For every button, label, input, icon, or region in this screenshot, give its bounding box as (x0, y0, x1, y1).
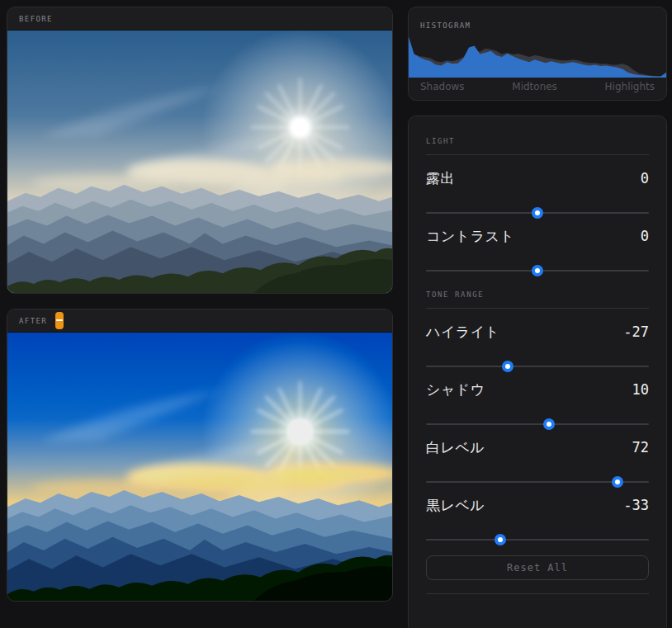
slider-exposure-thumb[interactable] (532, 207, 543, 219)
histogram-header: HISTOGRAM (409, 7, 666, 35)
slider-blacks-label: 黒レベル (426, 496, 485, 515)
slider-exposure-label: 露出 (426, 169, 455, 188)
slider-exposure-track[interactable] (426, 207, 649, 219)
reset-all-button[interactable]: Reset All (426, 555, 649, 580)
slider-shadows-value: 10 (632, 381, 649, 398)
slider-whites-thumb[interactable] (612, 476, 623, 488)
slider-contrast: コントラスト 0 (426, 226, 649, 276)
before-image (7, 31, 392, 293)
section-tone-range-title: TONE RANGE (426, 290, 649, 300)
after-image (7, 333, 392, 601)
adjustments-panel: LIGHT 露出 0 コントラスト 0 (408, 116, 667, 628)
before-panel: BEFORE (7, 7, 393, 294)
slider-contrast-value: 0 (641, 228, 649, 244)
slider-contrast-thumb[interactable] (532, 265, 543, 276)
histogram-panel: HISTOGRAM Shadows Midtones Highlights (408, 7, 667, 101)
slider-contrast-track[interactable] (426, 265, 649, 276)
preview-column: BEFORE (7, 7, 393, 616)
slider-contrast-label: コントラスト (426, 227, 514, 246)
slider-shadows-thumb[interactable] (543, 418, 555, 430)
slider-blacks-track[interactable] (426, 534, 649, 545)
section-divider (426, 154, 649, 155)
slider-highlights-label: ハイライト (426, 323, 500, 342)
histogram-axis-labels: Shadows Midtones Highlights (409, 78, 666, 100)
slider-highlights-track[interactable] (426, 361, 649, 372)
slider-highlights: ハイライト -27 (426, 322, 649, 372)
edited-indicator-icon (55, 312, 64, 329)
before-panel-title: BEFORE (19, 15, 53, 23)
slider-whites: 白レベル 72 (426, 437, 649, 488)
slider-whites-value: 72 (632, 439, 649, 456)
before-panel-header: BEFORE (7, 7, 392, 31)
slider-whites-label: 白レベル (426, 438, 485, 457)
bottom-divider (426, 593, 649, 594)
histogram-title: HISTOGRAM (420, 21, 471, 30)
slider-blacks-value: -33 (623, 497, 649, 513)
histogram-label-highlights: Highlights (605, 81, 655, 92)
histogram-label-midtones: Midtones (512, 81, 557, 92)
slider-blacks: 黒レベル -33 (426, 495, 649, 545)
section-light: LIGHT (426, 136, 649, 155)
slider-shadows-label: シャドウ (426, 380, 485, 399)
slider-whites-track[interactable] (426, 476, 649, 488)
edit-column: HISTOGRAM Shadows Midtones Highlights LI… (408, 7, 667, 628)
slider-highlights-value: -27 (623, 323, 649, 340)
after-panel-title: AFTER (19, 317, 47, 325)
section-divider (426, 308, 649, 309)
section-light-title: LIGHT (426, 136, 649, 146)
slider-exposure: 露出 0 (426, 168, 649, 219)
section-tone-range: TONE RANGE (426, 290, 649, 309)
histogram-label-shadows: Shadows (420, 81, 465, 92)
slider-blacks-thumb[interactable] (495, 534, 506, 545)
app-root: BEFORE (0, 0, 672, 628)
slider-shadows: シャドウ 10 (426, 380, 649, 430)
slider-exposure-value: 0 (641, 170, 649, 187)
histogram-chart (409, 35, 666, 78)
slider-shadows-track[interactable] (426, 418, 649, 430)
after-panel: AFTER (7, 309, 393, 602)
after-panel-header: AFTER (7, 309, 392, 333)
slider-highlights-thumb[interactable] (502, 361, 513, 372)
